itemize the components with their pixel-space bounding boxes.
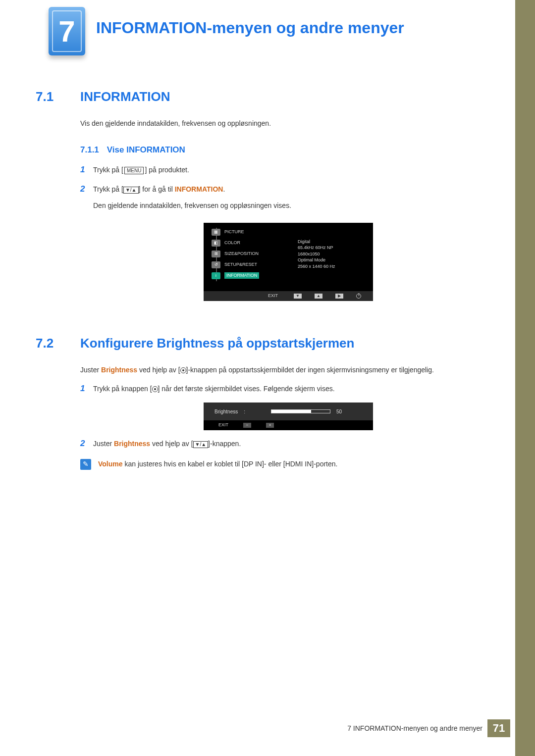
note-text: Volume kan justeres hvis en kabel er kob… [98,459,337,469]
jog-button-icon [180,367,186,373]
down-up-arrow-icon: ▼/▲ [123,187,139,194]
color-icon: ◧ [212,240,220,247]
plus-icon: + [266,423,274,428]
step-text: Juster Brightness ved hjelp av [▼/▲]-kna… [93,439,241,449]
osd-menu-item: SIZE&POSITION [224,251,259,257]
osd-brightness-value: 50 [336,408,342,415]
osd-screenshot-brightness: Brightness : 50 EXIT − + [204,403,373,430]
up-arrow-icon: ▲ [315,294,322,299]
subsection-number: 7.1.1 [80,144,99,156]
note-icon: ✎ [80,459,91,470]
section-number: 7.1 [36,89,71,104]
step-number: 2 [80,183,88,196]
osd-menu-item: SETUP&RESET [224,261,257,268]
power-icon [356,294,361,299]
osd-exit-label: EXIT [268,293,278,300]
chapter-title: INFORMATION-menyen og andre menyer [96,19,404,37]
osd-menu-item: COLOR [224,240,240,247]
osd-exit-label: EXIT [218,422,228,429]
step-number: 2 [80,437,88,450]
minus-icon: − [243,423,251,428]
subsection-heading-7-1-1: 7.1.1 Vise INFORMATION [80,144,496,156]
section-intro: Vis den gjeldende inndatakilden, frekven… [80,118,496,129]
note-row: ✎ Volume kan justeres hvis en kabel er k… [80,459,496,470]
step-number: 1 [80,382,88,395]
section-title: Konfigurere Brightness på oppstartskjerm… [80,336,354,351]
setup-reset-icon: ↺ [212,261,220,268]
footer-chapter-label: 7 INFORMATION-menyen og andre menyer [347,724,482,732]
step-number: 1 [80,163,88,176]
osd-menu-item: PICTURE [224,229,244,236]
section-paragraph: Juster Brightness ved hjelp av []-knappe… [80,365,496,375]
section-title: INFORMATION [80,89,170,104]
section-heading-7-1: 7.1 INFORMATION [36,89,496,104]
osd-screenshot-information: ▦PICTURE ◧COLOR ⊞SIZE&POSITION ↺SETUP&RE… [204,223,373,301]
step-note: Den gjeldende inndatakilden, frekvensen … [93,201,496,211]
play-icon: ▶ [335,294,343,299]
step-7-1-1-1: 1 Trykk på [MENU] på produktet. [80,163,496,176]
step-7-1-1-2: 2 Trykk på [▼/▲] for å gå til INFORMATIO… [80,183,496,196]
step-text: Trykk på knappen [] når det første skjer… [93,384,335,394]
section-heading-7-2: 7.2 Konfigurere Brightness på oppstartsk… [36,336,496,351]
osd-info-block: Digital 65.4kHz 60Hz NP 1680x1050 Optima… [298,239,335,270]
subsection-title: Vise INFORMATION [107,144,185,156]
down-up-arrow-icon: ▼/▲ [193,441,209,448]
chapter-badge: 7 [49,7,85,55]
osd-bottom-bar: EXIT − + [204,420,373,430]
size-position-icon: ⊞ [212,251,220,257]
page-sidebar [515,0,535,756]
menu-key-icon: MENU [124,167,144,174]
osd-brightness-label: Brightness [214,408,238,415]
step-text: Trykk på [MENU] på produktet. [93,165,189,175]
information-icon: i [212,272,220,279]
jog-button-icon [152,386,158,392]
step-text: Trykk på [▼/▲] for å gå til INFORMATION. [93,184,225,195]
step-7-2-2: 2 Juster Brightness ved hjelp av [▼/▲]-k… [80,437,496,450]
page-footer: 7 INFORMATION-menyen og andre menyer 71 [347,719,510,737]
chapter-number: 7 [52,10,82,52]
osd-slider-bar [271,409,330,413]
section-number: 7.2 [36,336,71,351]
osd-menu-item-selected: INFORMATION [224,272,259,279]
picture-icon: ▦ [212,229,220,236]
osd-bottom-bar: EXIT ▼ ▲ ▶ [204,291,373,301]
down-arrow-icon: ▼ [294,294,302,299]
footer-page-number: 71 [487,719,510,737]
step-7-2-1: 1 Trykk på knappen [] når det første skj… [80,382,496,395]
